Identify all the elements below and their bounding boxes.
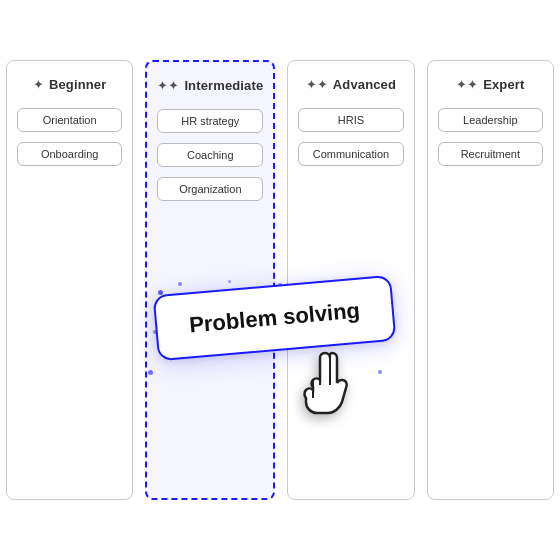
card-item[interactable]: HR strategy <box>157 109 263 133</box>
column-icon-intermediate: ✦✦ <box>157 78 179 93</box>
column-beginner[interactable]: ✦BeginnerOrientationOnboarding <box>6 60 133 500</box>
drag-card-label: Problem solving <box>188 298 361 338</box>
card-item[interactable]: Coaching <box>157 143 263 167</box>
cursor-hand <box>298 350 358 428</box>
column-header-expert: ✦✦Expert <box>438 77 543 92</box>
card-item[interactable]: Leadership <box>438 108 543 132</box>
column-title-expert: Expert <box>483 77 524 92</box>
column-intermediate[interactable]: ✦✦IntermediateHR strategyCoachingOrganiz… <box>145 60 275 500</box>
card-item[interactable]: Recruitment <box>438 142 543 166</box>
kanban-board: ✦BeginnerOrientationOnboarding✦✦Intermed… <box>0 0 560 560</box>
column-title-intermediate: Intermediate <box>184 78 263 93</box>
card-item[interactable]: Orientation <box>17 108 122 132</box>
column-icon-expert: ✦✦ <box>456 77 478 92</box>
column-header-advanced: ✦✦Advanced <box>298 77 403 92</box>
column-header-beginner: ✦Beginner <box>17 77 122 92</box>
column-header-intermediate: ✦✦Intermediate <box>157 78 263 93</box>
column-icon-beginner: ✦ <box>33 77 44 92</box>
column-title-advanced: Advanced <box>333 77 396 92</box>
column-expert[interactable]: ✦✦ExpertLeadershipRecruitment <box>427 60 554 500</box>
card-item[interactable]: Onboarding <box>17 142 122 166</box>
column-title-beginner: Beginner <box>49 77 106 92</box>
column-icon-advanced: ✦✦ <box>306 77 328 92</box>
card-item[interactable]: Organization <box>157 177 263 201</box>
card-item[interactable]: HRIS <box>298 108 403 132</box>
card-item[interactable]: Communication <box>298 142 403 166</box>
